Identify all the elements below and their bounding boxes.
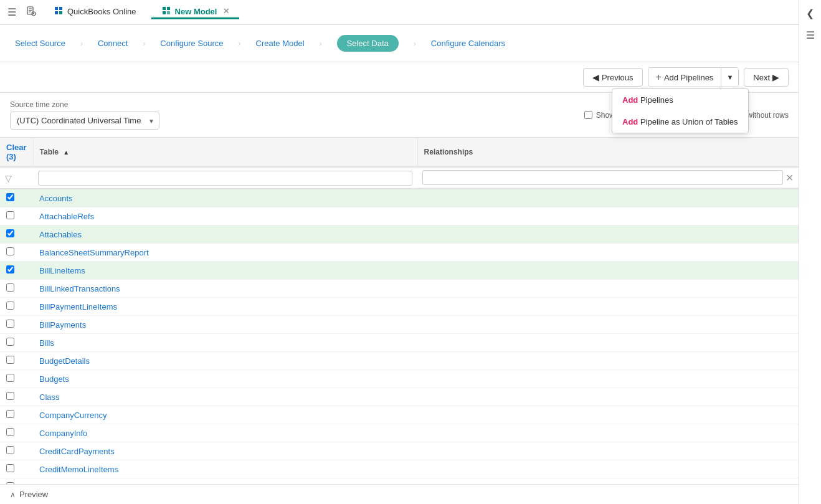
wizard-step-configure-source[interactable]: Configure Source xyxy=(160,36,223,50)
wizard-step-select-data[interactable]: Select Data xyxy=(337,35,399,52)
table-name-link-1[interactable]: Accounts xyxy=(39,194,72,203)
tab-new-model[interactable]: New Model ✕ xyxy=(151,6,240,19)
relationships-filter-input[interactable] xyxy=(422,170,783,185)
filter-selected-checkbox[interactable] xyxy=(584,111,592,119)
row-checkbox-5[interactable] xyxy=(6,265,14,273)
row-checkbox-2[interactable] xyxy=(6,211,14,219)
row-checkbox-16[interactable] xyxy=(6,464,14,472)
table-row: Budgets xyxy=(0,370,799,388)
table-name-link-12[interactable]: Class xyxy=(39,392,60,402)
row-relationships-cell xyxy=(417,406,799,424)
table-name-link-13[interactable]: CompanyCurrency xyxy=(39,411,107,420)
table-name-link-5[interactable]: BillLineItems xyxy=(39,266,85,275)
table-name-link-4[interactable]: BalanceSheetSummaryReport xyxy=(39,248,149,257)
row-table-name-cell: Class xyxy=(33,388,417,406)
dropdown-item-pipelines-text: Pipelines xyxy=(640,95,673,105)
close-tab-icon[interactable]: ✕ xyxy=(223,7,229,16)
next-button[interactable]: Next ▶ xyxy=(744,68,789,87)
table-row: CompanyCurrency xyxy=(0,406,799,424)
row-relationships-cell xyxy=(417,207,799,226)
dropdown-item-add-pipelines[interactable]: Add Pipelines xyxy=(612,89,748,111)
row-checkbox-cell xyxy=(0,280,33,298)
app-bar: ☰ QuickBooks Online New Model ✕ ✎ xyxy=(0,0,821,25)
row-checkbox-13[interactable] xyxy=(6,410,14,418)
wizard-step-select-source[interactable]: Select Source xyxy=(15,36,65,50)
row-checkbox-12[interactable] xyxy=(6,392,14,400)
toolbar: ◀ Previous + Add Pipelines ▼ Add Pipelin… xyxy=(0,62,799,93)
table-row: BillPayments xyxy=(0,316,799,334)
preview-label: Preview xyxy=(19,490,48,492)
table-row: BillLinkedTransactions xyxy=(0,280,799,298)
table-name-link-16[interactable]: CreditMemoLineItems xyxy=(39,465,118,474)
table-name-link-2[interactable]: AttachableRefs xyxy=(39,212,94,221)
wizard-step-create-model[interactable]: Create Model xyxy=(256,36,305,50)
row-relationships-cell xyxy=(417,226,799,244)
table-filter-row: ▽ ✕ xyxy=(0,167,799,189)
row-relationships-cell xyxy=(417,424,799,442)
table-row: Bills xyxy=(0,334,799,352)
table-name-link-10[interactable]: BudgetDetails xyxy=(39,356,90,366)
table-container: Clear (3) Table ▲ Relationships ▽ xyxy=(0,138,799,492)
table-name-link-6[interactable]: BillLinkedTransactions xyxy=(39,284,120,293)
dropdown-item-add-highlight: Add xyxy=(622,95,638,105)
row-checkbox-cell xyxy=(0,244,33,262)
table-name-filter-input[interactable] xyxy=(38,171,412,186)
table-name-link-9[interactable]: Bills xyxy=(39,338,54,348)
plus-icon: + xyxy=(656,72,662,83)
hamburger-icon[interactable]: ☰ xyxy=(5,4,19,21)
svg-rect-8 xyxy=(59,7,62,10)
table-row: CreditCardPayments xyxy=(0,442,799,460)
row-checkbox-14[interactable] xyxy=(6,428,14,436)
row-checkbox-15[interactable] xyxy=(6,446,14,454)
filter-funnel-icon: ▽ xyxy=(5,173,12,183)
row-checkbox-9[interactable] xyxy=(6,338,14,346)
add-pipelines-main[interactable]: + Add Pipelines xyxy=(648,68,721,87)
row-checkbox-8[interactable] xyxy=(6,320,14,328)
table-name-link-8[interactable]: BillPayments xyxy=(39,320,86,330)
source-timezone-select[interactable]: (UTC) Coordinated Universal Time (UTC-05… xyxy=(10,112,159,130)
row-checkbox-cell xyxy=(0,298,33,316)
add-pipelines-arrow[interactable]: ▼ xyxy=(721,68,738,87)
col-header-table[interactable]: Table ▲ xyxy=(33,138,417,167)
tab-quickbooks[interactable]: QuickBooks Online xyxy=(44,6,146,19)
table-name-link-3[interactable]: Attachables xyxy=(39,230,82,239)
row-relationships-cell xyxy=(417,298,799,316)
row-checkbox-cell xyxy=(0,316,33,334)
row-checkbox-3[interactable] xyxy=(6,229,14,237)
wizard-steps: Select Source › Connect › Configure Sour… xyxy=(0,25,799,62)
table-row: Attachables xyxy=(0,226,799,244)
row-checkbox-10[interactable] xyxy=(6,356,14,364)
table-name-link-7[interactable]: BillPaymentLineItems xyxy=(39,302,117,311)
row-checkbox-cell xyxy=(0,442,33,460)
svg-rect-11 xyxy=(163,7,166,10)
lines-icon[interactable]: ☰ xyxy=(804,27,817,44)
row-checkbox-1[interactable] xyxy=(6,193,14,201)
main-content: Select Source › Connect › Configure Sour… xyxy=(0,25,799,492)
clear-link[interactable]: Clear (3) xyxy=(6,143,27,161)
row-checkbox-6[interactable] xyxy=(6,283,14,292)
dropdown-item-union-tables[interactable]: Add Pipeline as Union of Tables xyxy=(612,111,748,133)
new-file-icon[interactable] xyxy=(24,4,39,21)
row-table-name-cell: CompanyCurrency xyxy=(33,406,417,424)
table-name-link-11[interactable]: Budgets xyxy=(39,374,69,384)
tables-list: Clear (3) Table ▲ Relationships ▽ xyxy=(0,138,799,492)
wizard-step-connect[interactable]: Connect xyxy=(98,36,128,50)
row-checkbox-cell xyxy=(0,406,33,424)
svg-rect-9 xyxy=(55,11,58,14)
row-relationships-cell xyxy=(417,388,799,406)
wizard-step-configure-calendars[interactable]: Configure Calendars xyxy=(431,36,505,50)
row-table-name-cell: BillPaymentLineItems xyxy=(33,298,417,316)
divider-2: › xyxy=(143,39,145,48)
row-checkbox-4[interactable] xyxy=(6,247,14,255)
table-name-link-14[interactable]: CompanyInfo xyxy=(39,429,87,438)
next-icon: ▶ xyxy=(772,72,779,82)
preview-bar[interactable]: ∧ Preview xyxy=(0,484,799,492)
add-pipelines-split-button: + Add Pipelines ▼ xyxy=(648,67,739,87)
previous-button[interactable]: ◀ Previous xyxy=(583,68,643,87)
table-name-link-15[interactable]: CreditCardPayments xyxy=(39,447,115,456)
dropdown-item-union-add-highlight: Add xyxy=(622,117,638,126)
collapse-icon[interactable]: ❮ xyxy=(804,5,817,22)
row-checkbox-11[interactable] xyxy=(6,374,14,382)
clear-filter-icon[interactable]: ✕ xyxy=(785,172,794,184)
row-checkbox-7[interactable] xyxy=(6,302,14,310)
